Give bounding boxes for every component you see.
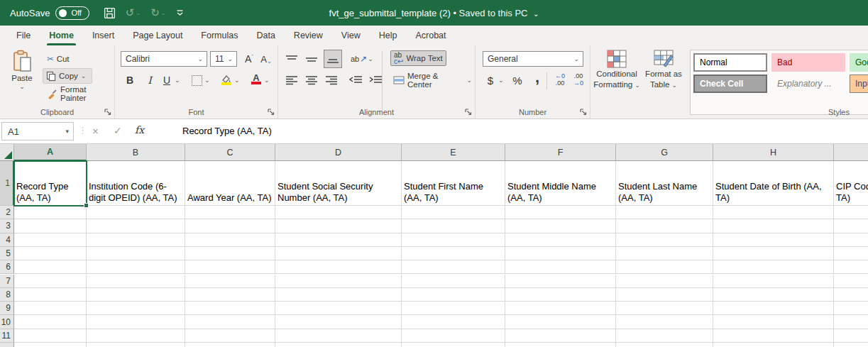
row-header-8[interactable]: 8	[0, 288, 14, 302]
italic-button[interactable]: I	[142, 72, 158, 88]
increase-font-size-button[interactable]: Aˆ	[241, 51, 257, 67]
cell-F10[interactable]	[505, 315, 616, 329]
cell-D8[interactable]	[275, 288, 402, 302]
format-as-table-button[interactable]: Format as Table ⌄	[642, 50, 686, 89]
cell-F7[interactable]	[505, 275, 616, 288]
formula-input[interactable]: Record Type (AA, TA)	[182, 126, 272, 136]
accounting-chevron-icon[interactable]: ⌄	[498, 78, 504, 82]
borders-chevron-icon[interactable]: ⌄	[204, 78, 210, 82]
cell-H11[interactable]	[713, 329, 834, 343]
number-format-select[interactable]: General ⌄	[483, 51, 583, 67]
percent-style-button[interactable]: %	[510, 72, 525, 88]
style-good[interactable]: Good	[850, 53, 868, 72]
cell-G10[interactable]	[616, 315, 713, 329]
cell-E6[interactable]	[402, 260, 505, 274]
cell-A4[interactable]	[14, 233, 87, 247]
cancel-button[interactable]: ×	[92, 125, 99, 137]
column-header-b[interactable]: B	[87, 144, 185, 161]
cell-H3[interactable]	[713, 219, 834, 233]
cell-E8[interactable]	[402, 288, 505, 302]
cell-D10[interactable]	[275, 315, 402, 329]
cell-B1[interactable]: Institution Code (6-digit OPEID) (AA, TA…	[87, 161, 185, 206]
copy-button[interactable]: Copy ⌄	[43, 68, 92, 84]
style-bad[interactable]: Bad	[771, 53, 845, 72]
select-all-corner[interactable]	[0, 144, 14, 161]
top-align-button[interactable]	[284, 51, 300, 67]
cell-H2[interactable]	[713, 206, 834, 219]
cell-C5[interactable]	[185, 247, 275, 260]
cell-I10[interactable]	[834, 315, 868, 329]
cell-I[interactable]	[834, 343, 868, 347]
cell-G1[interactable]: Student Last Name (AA, TA)	[616, 161, 713, 206]
copy-chevron-icon[interactable]: ⌄	[81, 74, 87, 78]
cell-F6[interactable]	[505, 260, 616, 274]
underline-chevron-icon[interactable]: ⌄	[175, 78, 180, 82]
underline-button[interactable]: U	[159, 72, 175, 88]
name-box[interactable]: A1 ▾	[1, 122, 74, 141]
column-header-e[interactable]: E	[402, 144, 505, 161]
cell-B4[interactable]	[87, 233, 185, 247]
save-icon[interactable]	[104, 7, 116, 19]
cell-A7[interactable]	[14, 275, 87, 288]
comma-style-button[interactable]: ,	[529, 70, 545, 85]
insert-function-button[interactable]: fx	[135, 124, 144, 136]
row-header-5[interactable]: 5	[0, 247, 14, 260]
cell-C11[interactable]	[185, 329, 275, 343]
font-color-chevron-icon[interactable]: ⌄	[264, 78, 270, 82]
enter-button[interactable]: ✓	[114, 125, 122, 136]
cell-F2[interactable]	[505, 206, 616, 219]
format-painter-button[interactable]: Format Painter	[44, 86, 114, 101]
row-header-9[interactable]: 9	[0, 302, 14, 315]
cell-E3[interactable]	[402, 219, 505, 233]
cell-A11[interactable]	[14, 329, 87, 343]
cell-F1[interactable]: Student Middle Name (AA, TA)	[505, 161, 616, 206]
cell-I3[interactable]	[834, 219, 868, 233]
cell-A2[interactable]	[14, 206, 87, 219]
cell-A5[interactable]	[14, 247, 87, 260]
cell-B3[interactable]	[87, 219, 185, 233]
cell-C3[interactable]	[185, 219, 275, 233]
cell-D6[interactable]	[275, 260, 402, 274]
cell-G4[interactable]	[616, 233, 713, 247]
name-box-chevron-icon[interactable]: ▾	[65, 129, 69, 133]
column-header-f[interactable]: F	[505, 144, 616, 161]
cell-D[interactable]	[275, 343, 402, 347]
decrease-font-size-button[interactable]: A⌄	[258, 51, 274, 67]
cell-I2[interactable]	[834, 206, 868, 219]
wrap-text-button[interactable]: abc↩ Wrap Text	[390, 50, 446, 66]
row-header-11[interactable]: 11	[0, 329, 14, 343]
cell-H8[interactable]	[713, 288, 834, 302]
title-chevron-down-icon[interactable]: ⌄	[533, 10, 539, 18]
cell-E5[interactable]	[402, 247, 505, 260]
paste-button[interactable]: Paste ⌄	[6, 50, 38, 89]
middle-align-button[interactable]	[304, 51, 319, 67]
clipboard-dialog-launcher-icon[interactable]	[104, 109, 111, 116]
cell-C6[interactable]	[185, 260, 275, 274]
cell-C[interactable]	[185, 343, 275, 347]
cell-B2[interactable]	[87, 206, 185, 219]
alignment-dialog-launcher-icon[interactable]	[465, 109, 472, 116]
cell-D4[interactable]	[275, 233, 402, 247]
cell-F9[interactable]	[505, 302, 616, 315]
tab-data[interactable]: Data	[247, 26, 284, 45]
cell-A8[interactable]	[14, 288, 87, 302]
row-header-partial[interactable]	[0, 343, 14, 347]
autosave-control[interactable]: AutoSave Off	[10, 6, 89, 20]
row-header-2[interactable]: 2	[0, 206, 14, 219]
row-header-10[interactable]: 10	[0, 315, 14, 329]
tab-formulas[interactable]: Formulas	[192, 26, 247, 45]
cell-D11[interactable]	[275, 329, 402, 343]
cell-B9[interactable]	[87, 302, 185, 315]
cell-I5[interactable]	[834, 247, 868, 260]
cell-H6[interactable]	[713, 260, 834, 274]
cell-E4[interactable]	[402, 233, 505, 247]
cell-C1[interactable]: Award Year (AA, TA)	[185, 161, 275, 206]
bold-button[interactable]: B	[122, 72, 138, 88]
cut-button[interactable]: ✂ Cut	[44, 51, 72, 67]
cell-G5[interactable]	[616, 247, 713, 260]
cell-B[interactable]	[87, 343, 185, 347]
cell-H4[interactable]	[713, 233, 834, 247]
align-right-button[interactable]	[324, 72, 339, 88]
cell-I7[interactable]	[834, 275, 868, 288]
cell-G9[interactable]	[616, 302, 713, 315]
